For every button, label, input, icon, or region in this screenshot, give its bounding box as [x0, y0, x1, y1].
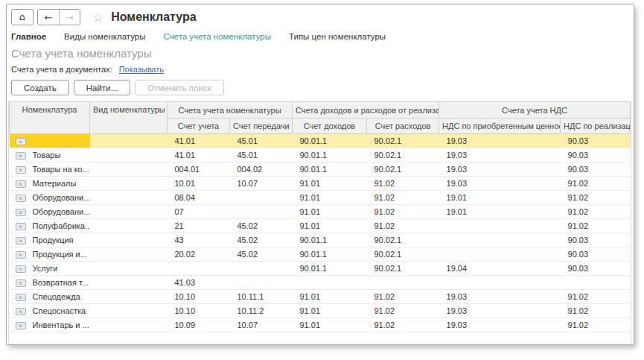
nomenclature-cell[interactable]: ≈ — [10, 134, 90, 148]
grid-cell[interactable]: 90.03 — [561, 262, 631, 276]
cancel-search-button[interactable]: Отменить поиск — [135, 80, 224, 95]
grid-cell[interactable]: 91.02 — [367, 219, 439, 233]
grid-cell[interactable]: 91.01 — [293, 205, 367, 219]
grid-cell[interactable]: 10.01 — [168, 177, 230, 191]
grid-cell[interactable]: 91.01 — [293, 304, 367, 318]
grid-cell[interactable]: 19.03 — [439, 177, 561, 191]
grid-cell[interactable]: 10.11.2 — [230, 304, 293, 318]
grid-cell[interactable]: 90.02.1 — [367, 162, 439, 177]
grid-cell[interactable]: 19.03 — [439, 304, 561, 318]
grid-cell[interactable]: 20.02 — [168, 247, 230, 262]
grid-cell[interactable]: 90.02.1 — [367, 148, 439, 162]
grid-cell[interactable]: 91.01 — [293, 191, 367, 205]
grid-cell[interactable]: 90.02.1 — [367, 262, 439, 276]
grid-cell[interactable]: 19.04 — [439, 262, 561, 276]
grid-cell[interactable]: 90.01.1 — [293, 162, 367, 177]
grid-cell[interactable] — [90, 205, 168, 219]
table-row[interactable]: ≈Материалы10.0110.0791.0191.0219.0391.02 — [10, 177, 631, 191]
grid-cell[interactable] — [168, 262, 230, 276]
grid-cell[interactable] — [90, 276, 168, 290]
grid-cell[interactable]: 21 — [168, 219, 230, 233]
table-row[interactable]: ≈Инвентарь и ...10.0910.0791.0191.0219.0… — [10, 318, 631, 332]
nomenclature-cell[interactable]: ≈Материалы — [10, 177, 90, 191]
grid-cell[interactable] — [90, 247, 168, 262]
grid-cell[interactable] — [367, 276, 439, 290]
grid-cell[interactable]: 45.02 — [230, 219, 293, 233]
grid-cell[interactable] — [439, 233, 561, 247]
grid-cell[interactable]: 90.01.1 — [293, 247, 367, 262]
nomenclature-cell[interactable]: ≈Продукция и... — [10, 247, 90, 262]
grid-cell[interactable] — [230, 276, 293, 290]
grid-cell[interactable]: 91.01 — [293, 219, 367, 233]
grid-cell[interactable]: 10.09 — [168, 318, 230, 332]
grid-cell[interactable] — [90, 304, 168, 318]
col-header-vat-purchased[interactable]: НДС по приобретенным ценностям — [439, 119, 561, 134]
nomenclature-cell[interactable]: ≈Товары — [10, 148, 90, 162]
grid-cell[interactable]: 45.02 — [230, 233, 293, 247]
grid-cell[interactable]: 90.01.1 — [293, 233, 367, 247]
grid-cell[interactable]: 004.02 — [230, 162, 293, 177]
nomenclature-cell[interactable]: ≈Полуфабрика... — [10, 219, 90, 233]
grid-cell[interactable]: 91.02 — [561, 177, 631, 191]
nomenclature-cell[interactable]: ≈Спецодежда — [10, 290, 90, 304]
grid-cell[interactable]: 10.11.1 — [230, 290, 293, 304]
grid-cell[interactable]: 91.02 — [561, 205, 631, 219]
grid-cell[interactable]: 41.01 — [168, 148, 230, 162]
grid-cell[interactable]: 19.03 — [439, 162, 561, 177]
grid-cell[interactable]: 08.04 — [168, 191, 230, 205]
col-header-vat-sales[interactable]: НДС по реализации — [561, 119, 631, 134]
table-row[interactable]: ≈Оборудовани...08.0491.0191.0219.0191.02 — [10, 191, 631, 205]
grid-cell[interactable]: 45.02 — [230, 247, 293, 262]
table-row[interactable]: ≈Услуги90.01.190.02.119.0490.03 — [10, 262, 631, 276]
grid-cell[interactable] — [90, 318, 168, 332]
tab-nomenclature-kinds[interactable]: Виды номенклатуры — [64, 32, 145, 41]
grid-cell[interactable]: 91.02 — [561, 191, 631, 205]
col-header-transfer[interactable]: Счет передачи — [230, 119, 293, 134]
grid-cell[interactable]: 10.07 — [230, 318, 293, 332]
table-row[interactable]: ≈Возвратная т...41.03 — [10, 276, 631, 290]
grid-cell[interactable] — [90, 219, 168, 233]
grid-cell[interactable]: 45.01 — [230, 134, 293, 148]
table-row[interactable]: ≈41.0145.0190.01.190.02.119.0390.03 — [10, 134, 631, 148]
grid-cell[interactable] — [90, 134, 168, 148]
grid-cell[interactable] — [439, 276, 561, 290]
nomenclature-cell[interactable]: ≈Оборудовани... — [10, 191, 90, 205]
grid-cell[interactable] — [230, 262, 293, 276]
grid-cell[interactable]: 19.03 — [439, 290, 561, 304]
table-row[interactable]: ≈Товары на ко...004.01004.0290.01.190.02… — [10, 162, 631, 177]
back-button[interactable]: ← — [38, 10, 59, 25]
grid-cell[interactable]: 41.01 — [168, 134, 230, 148]
grid-cell[interactable] — [230, 205, 293, 219]
table-row[interactable]: ≈Спецодежда10.1010.11.191.0191.0219.0391… — [10, 290, 631, 304]
nomenclature-cell[interactable]: ≈Продукция — [10, 233, 90, 247]
grid-cell[interactable] — [90, 191, 168, 205]
grid-cell[interactable] — [90, 177, 168, 191]
grid-cell[interactable]: 43 — [168, 233, 230, 247]
favorite-star-icon[interactable]: ☆ — [92, 10, 103, 25]
grid-cell[interactable] — [90, 233, 168, 247]
grid-cell[interactable]: 19.01 — [439, 205, 561, 219]
grid-cell[interactable]: 91.02 — [367, 304, 439, 318]
grid-cell[interactable] — [90, 162, 168, 177]
grid-cell[interactable]: 41.03 — [168, 276, 230, 290]
grid-cell[interactable]: 90.03 — [561, 233, 631, 247]
col-header-income[interactable]: Счет доходов — [293, 119, 367, 134]
home-button[interactable]: ⌂ — [11, 9, 34, 25]
grid-cell[interactable] — [90, 148, 168, 162]
tab-nomenclature-accounts[interactable]: Счета учета номенклатуры — [163, 32, 271, 41]
grid-cell[interactable]: 91.02 — [367, 191, 439, 205]
nomenclature-cell[interactable]: ≈Инвентарь и ... — [10, 318, 90, 332]
grid-cell[interactable]: 10.10 — [168, 290, 230, 304]
grid-cell[interactable]: 90.01.1 — [293, 148, 367, 162]
grid-cell[interactable]: 19.03 — [439, 134, 561, 148]
grid-cell[interactable] — [439, 247, 561, 262]
grid-cell[interactable]: 10.07 — [230, 177, 293, 191]
grid-cell[interactable]: 19.03 — [439, 318, 561, 332]
col-header-kind[interactable]: Вид номенклатуры — [90, 102, 168, 134]
grid-cell[interactable] — [561, 276, 631, 290]
table-row[interactable]: ≈Продукция и...20.0245.0290.01.190.02.19… — [10, 247, 631, 262]
nomenclature-cell[interactable]: ≈Товары на ко... — [10, 162, 90, 177]
grid-cell[interactable]: 45.01 — [230, 148, 293, 162]
tab-price-types[interactable]: Типы цен номенклатуры — [289, 32, 386, 41]
grid-cell[interactable]: 91.02 — [561, 290, 631, 304]
